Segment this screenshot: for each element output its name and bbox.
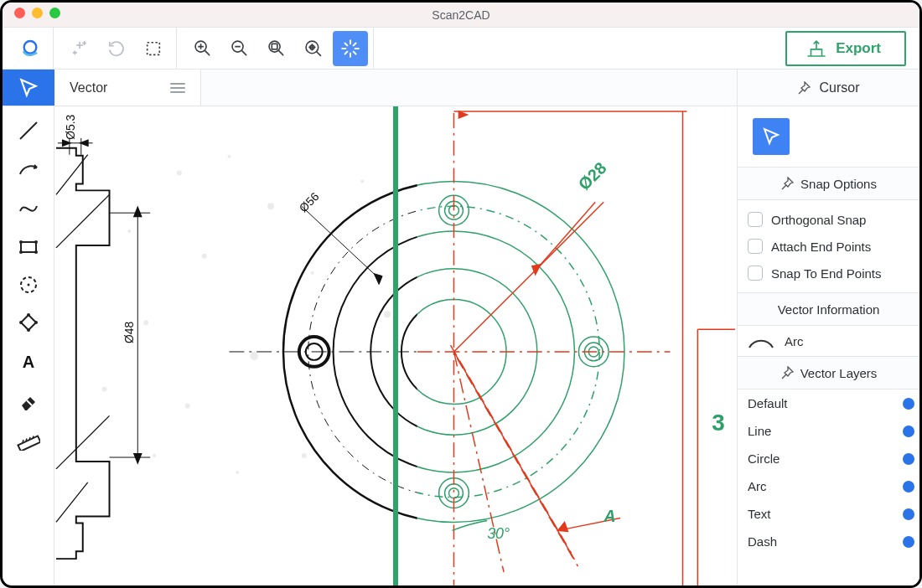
dim-phi-56: Ø56 — [297, 189, 322, 214]
svg-point-38 — [127, 230, 131, 233]
svg-point-28 — [267, 203, 274, 209]
svg-point-36 — [360, 179, 364, 183]
panel-header-layers: Vector Layers — [738, 356, 919, 389]
svg-rect-5 — [272, 44, 277, 49]
layers-header-label: Vector Layers — [800, 366, 878, 380]
draw-toolbar: A — [3, 106, 54, 585]
crop-icon[interactable] — [136, 31, 171, 66]
orthogonal-snap-checkbox[interactable]: Orthogonal Snap — [748, 212, 909, 227]
layer-color-swatch — [903, 536, 914, 548]
layer-color-swatch — [903, 453, 914, 465]
active-cursor-tool[interactable] — [753, 118, 790, 155]
vector-flange — [283, 111, 735, 585]
top-toolbar: Export — [3, 28, 919, 70]
vector-info-arc-row[interactable]: Arc — [738, 326, 919, 356]
arc-tool-icon[interactable] — [10, 152, 47, 187]
layers-list: Default Line Circle Arc Text Dash — [738, 389, 919, 555]
svg-point-18 — [27, 328, 30, 332]
vector-info-arc-label: Arc — [785, 334, 804, 348]
svg-point-33 — [250, 352, 258, 360]
polygon-tool-icon[interactable] — [10, 306, 47, 341]
sparkle-auto-icon[interactable] — [62, 31, 97, 66]
tab-menu-icon[interactable] — [170, 83, 185, 93]
cursor-header-label: Cursor — [819, 80, 859, 95]
app-logo-icon[interactable] — [13, 31, 48, 66]
svg-point-4 — [269, 41, 280, 52]
layer-item[interactable]: Text — [738, 500, 919, 528]
svg-point-26 — [177, 171, 182, 176]
zoom-in-icon[interactable] — [185, 31, 220, 66]
export-label: Export — [836, 40, 881, 57]
svg-point-19 — [19, 321, 23, 324]
drawing-canvas[interactable]: Ø5.3 Ø48 Ø56 Ø28 30° A 3 — [54, 106, 737, 585]
pin-icon[interactable] — [797, 81, 811, 95]
svg-line-25 — [33, 436, 34, 439]
titlebar: Scan2CAD — [3, 3, 919, 28]
dim-phi-48: Ø48 — [122, 322, 136, 344]
svg-point-30 — [143, 320, 148, 325]
zoom-fit-icon[interactable] — [259, 31, 294, 66]
svg-point-37 — [384, 311, 391, 317]
zoom-selection-icon[interactable] — [296, 31, 331, 66]
text-tool-icon[interactable]: A — [10, 344, 47, 379]
panel-header-snap: Snap Options — [738, 167, 919, 200]
zoom-out-icon[interactable] — [222, 31, 257, 66]
rectangle-tool-icon[interactable] — [10, 229, 47, 264]
dim-phi-28: Ø28 — [575, 158, 610, 193]
svg-point-11 — [34, 240, 38, 244]
svg-rect-1 — [148, 42, 160, 54]
layer-item[interactable]: Arc — [738, 472, 919, 500]
raster-noise — [102, 155, 391, 474]
vector-info-label: Vector Information — [778, 302, 880, 317]
svg-line-24 — [29, 437, 30, 440]
close-window-button[interactable] — [14, 8, 25, 18]
dim-angle-30: 30° — [487, 525, 510, 542]
svg-point-16 — [27, 313, 30, 317]
svg-line-22 — [23, 440, 23, 442]
layer-color-swatch — [903, 398, 914, 410]
attach-end-points-checkbox[interactable]: Attach End Points — [748, 239, 909, 254]
app-window: Scan2CAD — [0, 0, 922, 588]
svg-point-40 — [302, 453, 307, 458]
minimize-window-button[interactable] — [32, 8, 43, 18]
circle-tool-icon[interactable] — [10, 267, 47, 302]
main-area: A — [3, 106, 919, 585]
svg-point-35 — [153, 454, 156, 457]
snap-options: Orthogonal Snap Attach End Points Snap T… — [738, 200, 919, 292]
svg-point-39 — [102, 387, 107, 392]
layer-item[interactable]: Dash — [738, 528, 919, 555]
svg-rect-21 — [18, 436, 40, 451]
measure-tool-icon[interactable] — [10, 421, 47, 456]
pin-icon[interactable] — [780, 177, 794, 190]
snap-header-label: Snap Options — [800, 177, 877, 191]
layer-item[interactable]: Default — [738, 389, 919, 417]
panel-header-vector-info: Vector Information — [738, 292, 919, 326]
export-icon — [805, 39, 827, 58]
cursor-mode-button[interactable] — [3, 70, 54, 106]
maximize-window-button[interactable] — [49, 8, 60, 18]
compare-divider-handle[interactable] — [393, 106, 398, 585]
snap-to-end-points-checkbox[interactable]: Snap To End Points — [748, 266, 909, 281]
line-tool-icon[interactable] — [10, 113, 47, 148]
refresh-icon[interactable] — [99, 31, 134, 66]
svg-text:A: A — [22, 353, 34, 371]
svg-line-8 — [20, 122, 37, 139]
layer-item[interactable]: Circle — [738, 445, 919, 472]
tab-vector[interactable]: Vector — [54, 70, 201, 106]
pin-icon[interactable] — [780, 366, 794, 379]
export-button[interactable]: Export — [785, 31, 906, 66]
tab-vector-label: Vector — [70, 80, 107, 95]
svg-point-27 — [227, 155, 230, 158]
layer-item[interactable]: Line — [738, 417, 919, 445]
svg-point-13 — [34, 250, 38, 254]
svg-point-10 — [19, 240, 23, 244]
svg-line-71 — [453, 202, 603, 352]
dim-phi-5-3: Ø5.3 — [64, 114, 77, 139]
eraser-tool-icon[interactable] — [10, 383, 47, 418]
app-title: Scan2CAD — [432, 8, 489, 22]
marker-3: 3 — [712, 410, 724, 436]
svg-line-54 — [302, 206, 377, 276]
processing-busy-icon[interactable] — [333, 31, 368, 66]
svg-point-17 — [34, 321, 38, 324]
bezier-tool-icon[interactable] — [10, 190, 47, 225]
